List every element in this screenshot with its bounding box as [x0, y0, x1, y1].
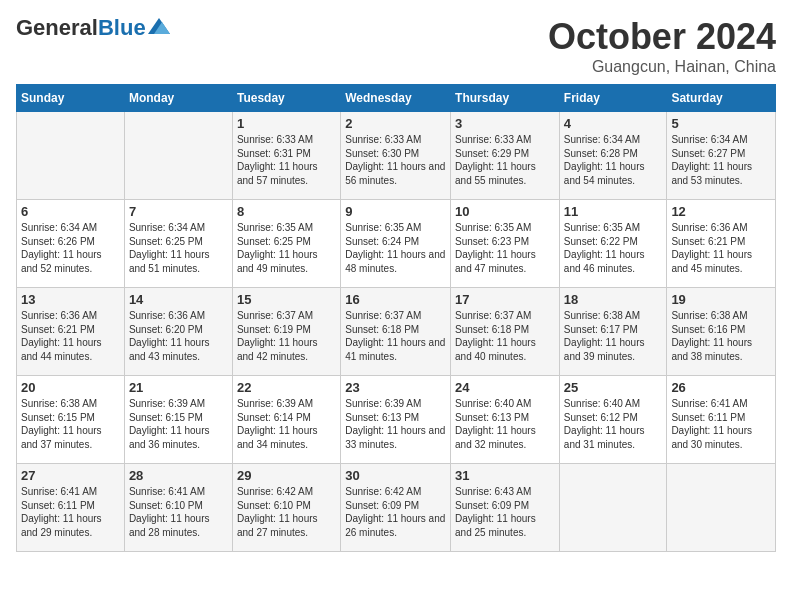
logo-blue: Blue — [98, 15, 146, 40]
day-info: Sunrise: 6:41 AMSunset: 6:10 PMDaylight:… — [129, 485, 228, 539]
calendar-cell: 21Sunrise: 6:39 AMSunset: 6:15 PMDayligh… — [124, 376, 232, 464]
calendar-cell: 6Sunrise: 6:34 AMSunset: 6:26 PMDaylight… — [17, 200, 125, 288]
day-number: 2 — [345, 116, 446, 131]
day-number: 5 — [671, 116, 771, 131]
day-info: Sunrise: 6:36 AMSunset: 6:21 PMDaylight:… — [671, 221, 771, 275]
day-info: Sunrise: 6:40 AMSunset: 6:13 PMDaylight:… — [455, 397, 555, 451]
calendar-cell: 2Sunrise: 6:33 AMSunset: 6:30 PMDaylight… — [341, 112, 451, 200]
location-title: Guangcun, Hainan, China — [548, 58, 776, 76]
day-number: 4 — [564, 116, 663, 131]
calendar-cell: 12Sunrise: 6:36 AMSunset: 6:21 PMDayligh… — [667, 200, 776, 288]
calendar-week-2: 13Sunrise: 6:36 AMSunset: 6:21 PMDayligh… — [17, 288, 776, 376]
day-number: 22 — [237, 380, 336, 395]
calendar-cell: 11Sunrise: 6:35 AMSunset: 6:22 PMDayligh… — [559, 200, 667, 288]
day-info: Sunrise: 6:41 AMSunset: 6:11 PMDaylight:… — [671, 397, 771, 451]
day-info: Sunrise: 6:33 AMSunset: 6:30 PMDaylight:… — [345, 133, 446, 187]
day-info: Sunrise: 6:39 AMSunset: 6:14 PMDaylight:… — [237, 397, 336, 451]
day-info: Sunrise: 6:34 AMSunset: 6:28 PMDaylight:… — [564, 133, 663, 187]
day-number: 9 — [345, 204, 446, 219]
day-info: Sunrise: 6:37 AMSunset: 6:18 PMDaylight:… — [455, 309, 555, 363]
header-day-tuesday: Tuesday — [232, 85, 340, 112]
calendar-week-1: 6Sunrise: 6:34 AMSunset: 6:26 PMDaylight… — [17, 200, 776, 288]
day-info: Sunrise: 6:34 AMSunset: 6:26 PMDaylight:… — [21, 221, 120, 275]
day-number: 28 — [129, 468, 228, 483]
calendar-cell: 14Sunrise: 6:36 AMSunset: 6:20 PMDayligh… — [124, 288, 232, 376]
logo-general: General — [16, 15, 98, 40]
day-number: 19 — [671, 292, 771, 307]
day-info: Sunrise: 6:38 AMSunset: 6:16 PMDaylight:… — [671, 309, 771, 363]
day-info: Sunrise: 6:37 AMSunset: 6:19 PMDaylight:… — [237, 309, 336, 363]
header-day-saturday: Saturday — [667, 85, 776, 112]
day-info: Sunrise: 6:41 AMSunset: 6:11 PMDaylight:… — [21, 485, 120, 539]
day-info: Sunrise: 6:43 AMSunset: 6:09 PMDaylight:… — [455, 485, 555, 539]
day-info: Sunrise: 6:42 AMSunset: 6:10 PMDaylight:… — [237, 485, 336, 539]
header-day-monday: Monday — [124, 85, 232, 112]
calendar-cell — [17, 112, 125, 200]
calendar-cell: 13Sunrise: 6:36 AMSunset: 6:21 PMDayligh… — [17, 288, 125, 376]
day-number: 27 — [21, 468, 120, 483]
calendar-cell: 7Sunrise: 6:34 AMSunset: 6:25 PMDaylight… — [124, 200, 232, 288]
header-day-thursday: Thursday — [451, 85, 560, 112]
day-number: 10 — [455, 204, 555, 219]
calendar-cell: 5Sunrise: 6:34 AMSunset: 6:27 PMDaylight… — [667, 112, 776, 200]
header: GeneralBlue October 2024 Guangcun, Haina… — [16, 16, 776, 76]
day-number: 11 — [564, 204, 663, 219]
calendar-cell: 24Sunrise: 6:40 AMSunset: 6:13 PMDayligh… — [451, 376, 560, 464]
day-info: Sunrise: 6:40 AMSunset: 6:12 PMDaylight:… — [564, 397, 663, 451]
calendar-cell: 3Sunrise: 6:33 AMSunset: 6:29 PMDaylight… — [451, 112, 560, 200]
day-number: 15 — [237, 292, 336, 307]
calendar-cell: 17Sunrise: 6:37 AMSunset: 6:18 PMDayligh… — [451, 288, 560, 376]
day-number: 31 — [455, 468, 555, 483]
day-info: Sunrise: 6:38 AMSunset: 6:17 PMDaylight:… — [564, 309, 663, 363]
day-number: 1 — [237, 116, 336, 131]
month-title: October 2024 — [548, 16, 776, 58]
day-number: 24 — [455, 380, 555, 395]
day-number: 13 — [21, 292, 120, 307]
calendar-cell: 19Sunrise: 6:38 AMSunset: 6:16 PMDayligh… — [667, 288, 776, 376]
calendar-cell: 26Sunrise: 6:41 AMSunset: 6:11 PMDayligh… — [667, 376, 776, 464]
day-info: Sunrise: 6:39 AMSunset: 6:15 PMDaylight:… — [129, 397, 228, 451]
calendar-cell: 28Sunrise: 6:41 AMSunset: 6:10 PMDayligh… — [124, 464, 232, 552]
day-info: Sunrise: 6:34 AMSunset: 6:25 PMDaylight:… — [129, 221, 228, 275]
calendar-week-0: 1Sunrise: 6:33 AMSunset: 6:31 PMDaylight… — [17, 112, 776, 200]
calendar-cell: 29Sunrise: 6:42 AMSunset: 6:10 PMDayligh… — [232, 464, 340, 552]
day-number: 17 — [455, 292, 555, 307]
calendar-cell: 1Sunrise: 6:33 AMSunset: 6:31 PMDaylight… — [232, 112, 340, 200]
header-row: SundayMondayTuesdayWednesdayThursdayFrid… — [17, 85, 776, 112]
calendar-body: 1Sunrise: 6:33 AMSunset: 6:31 PMDaylight… — [17, 112, 776, 552]
day-info: Sunrise: 6:37 AMSunset: 6:18 PMDaylight:… — [345, 309, 446, 363]
calendar-cell: 23Sunrise: 6:39 AMSunset: 6:13 PMDayligh… — [341, 376, 451, 464]
day-info: Sunrise: 6:36 AMSunset: 6:20 PMDaylight:… — [129, 309, 228, 363]
calendar-cell: 22Sunrise: 6:39 AMSunset: 6:14 PMDayligh… — [232, 376, 340, 464]
calendar-cell: 18Sunrise: 6:38 AMSunset: 6:17 PMDayligh… — [559, 288, 667, 376]
day-number: 14 — [129, 292, 228, 307]
day-number: 23 — [345, 380, 446, 395]
day-info: Sunrise: 6:35 AMSunset: 6:22 PMDaylight:… — [564, 221, 663, 275]
day-number: 21 — [129, 380, 228, 395]
day-info: Sunrise: 6:35 AMSunset: 6:25 PMDaylight:… — [237, 221, 336, 275]
calendar-week-4: 27Sunrise: 6:41 AMSunset: 6:11 PMDayligh… — [17, 464, 776, 552]
calendar-cell — [124, 112, 232, 200]
day-number: 16 — [345, 292, 446, 307]
calendar-header: SundayMondayTuesdayWednesdayThursdayFrid… — [17, 85, 776, 112]
calendar-cell: 15Sunrise: 6:37 AMSunset: 6:19 PMDayligh… — [232, 288, 340, 376]
day-number: 6 — [21, 204, 120, 219]
day-info: Sunrise: 6:35 AMSunset: 6:24 PMDaylight:… — [345, 221, 446, 275]
calendar-cell: 4Sunrise: 6:34 AMSunset: 6:28 PMDaylight… — [559, 112, 667, 200]
title-area: October 2024 Guangcun, Hainan, China — [548, 16, 776, 76]
calendar-cell: 10Sunrise: 6:35 AMSunset: 6:23 PMDayligh… — [451, 200, 560, 288]
calendar-cell: 30Sunrise: 6:42 AMSunset: 6:09 PMDayligh… — [341, 464, 451, 552]
day-number: 29 — [237, 468, 336, 483]
calendar-cell: 20Sunrise: 6:38 AMSunset: 6:15 PMDayligh… — [17, 376, 125, 464]
day-number: 26 — [671, 380, 771, 395]
day-number: 7 — [129, 204, 228, 219]
day-info: Sunrise: 6:36 AMSunset: 6:21 PMDaylight:… — [21, 309, 120, 363]
calendar-cell: 27Sunrise: 6:41 AMSunset: 6:11 PMDayligh… — [17, 464, 125, 552]
day-number: 12 — [671, 204, 771, 219]
day-number: 20 — [21, 380, 120, 395]
day-info: Sunrise: 6:42 AMSunset: 6:09 PMDaylight:… — [345, 485, 446, 539]
calendar-cell: 8Sunrise: 6:35 AMSunset: 6:25 PMDaylight… — [232, 200, 340, 288]
day-info: Sunrise: 6:33 AMSunset: 6:29 PMDaylight:… — [455, 133, 555, 187]
header-day-friday: Friday — [559, 85, 667, 112]
day-info: Sunrise: 6:34 AMSunset: 6:27 PMDaylight:… — [671, 133, 771, 187]
